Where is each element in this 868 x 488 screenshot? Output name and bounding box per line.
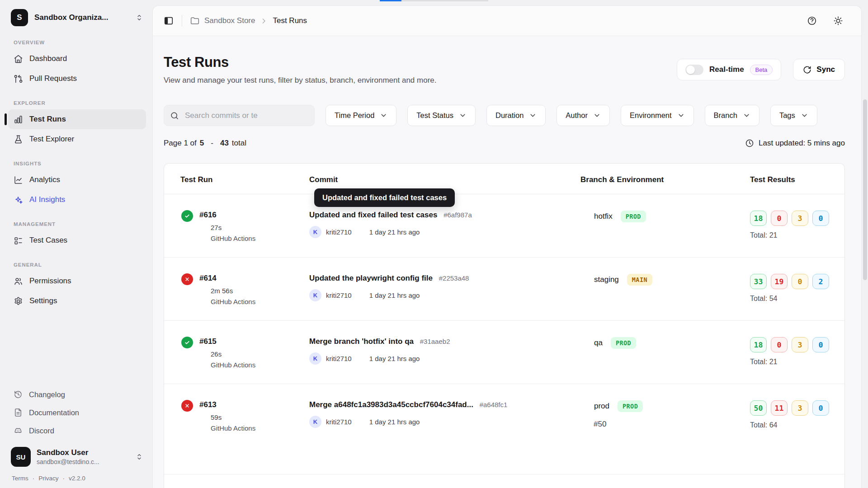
org-name: Sandbox Organiza... (34, 13, 129, 22)
sidebar-item-label: Dashboard (29, 54, 67, 63)
timer-icon (199, 224, 207, 231)
realtime-toggle[interactable] (685, 65, 703, 75)
time-ago: 1 day 21 hrs ago (369, 418, 420, 426)
author-avatar: K (309, 352, 321, 365)
privacy-link[interactable]: Privacy (38, 475, 58, 482)
user-avatar: SU (11, 447, 31, 467)
sidebar-item-label: Test Runs (29, 115, 66, 124)
chevron-down-icon (459, 112, 467, 119)
total-count: Total: 21 (750, 231, 844, 239)
gear-icon (14, 296, 23, 306)
cell-commit: Updated the playwright config file #2253… (309, 274, 580, 320)
clock-icon (357, 355, 365, 362)
flaky-count-badge: 3 (792, 337, 808, 352)
theme-toggle-icon[interactable] (833, 16, 843, 26)
line-chart-icon (14, 175, 23, 185)
vertical-scrollbar[interactable] (863, 41, 867, 488)
ci-provider: GitHub Actions (211, 424, 255, 432)
filter-branch[interactable]: Branch (705, 105, 760, 126)
timer-icon (199, 287, 207, 295)
chevron-right-icon (260, 17, 268, 25)
refresh-icon (803, 66, 811, 74)
sidebar-item-pull-requests[interactable]: Pull Requests (8, 69, 146, 89)
run-duration: 2m 56s (211, 287, 233, 295)
skipped-count-badge: 0 (812, 211, 829, 226)
scrollbar-thumb[interactable] (863, 99, 867, 280)
sidebar-item-settings[interactable]: Settings (8, 291, 146, 311)
cell-test-results: 18 0 3 0 Total: 21 (750, 211, 844, 257)
users-icon (14, 277, 23, 286)
sidebar-toggle-icon[interactable] (164, 16, 174, 26)
search-icon (170, 111, 179, 120)
filter-tags[interactable]: Tags (770, 105, 817, 126)
commit-message: Merge a648fc1a3983d3a45ccbcf7604c34fad..… (309, 400, 473, 409)
sidebar-item-dashboard[interactable]: Dashboard (8, 49, 146, 69)
filter-author[interactable]: Author (557, 105, 610, 126)
sidebar-item-label: Test Cases (29, 236, 67, 245)
sidebar-item-label: Permissions (29, 277, 71, 286)
cell-branch-environment: staging MAIN (580, 274, 750, 320)
cell-branch-environment: hotfix PROD (580, 211, 750, 257)
table-row[interactable]: #615 26s GitHub Actions Merge branch 'ho… (164, 320, 844, 384)
cell-commit: Merge branch 'hotfix' into qa #31aaeb2 K… (309, 337, 580, 384)
failed-count-badge: 0 (771, 337, 788, 352)
branch-name: qa (594, 338, 603, 347)
cell-test-run: #615 26s GitHub Actions (164, 337, 309, 384)
sidebar-item-label: Pull Requests (29, 74, 77, 83)
sidebar-item-permissions[interactable]: Permissions (8, 271, 146, 291)
skipped-count-badge: 2 (812, 274, 829, 289)
cell-commit: Merge a648fc1a3983d3a45ccbcf7604c34fad..… (309, 400, 580, 474)
last-updated: Last updated: 5 mins ago (745, 139, 845, 148)
run-id: #616 (199, 211, 255, 220)
section-label: GENERAL (14, 262, 146, 267)
filter-time-period[interactable]: Time Period (326, 105, 396, 126)
filter-test-status[interactable]: Test Status (407, 105, 476, 126)
app-root: S Sandbox Organiza... OVERVIEWDashboardP… (0, 0, 868, 488)
sidebar-item-test-explorer[interactable]: Test Explorer (8, 129, 146, 149)
help-icon[interactable] (807, 16, 817, 26)
terms-link[interactable]: Terms (12, 475, 28, 482)
column-header: Test Run (164, 175, 309, 184)
section-label: INSIGHTS (14, 161, 146, 166)
table-row[interactable]: #616 27s GitHub Actions Updated and fixe… (164, 194, 844, 257)
time-ago: 1 day 21 hrs ago (369, 228, 420, 236)
filter-environment[interactable]: Environment (621, 105, 694, 126)
org-switcher[interactable]: S Sandbox Organiza... (8, 7, 146, 28)
sidebar-link-discord[interactable]: Discord (8, 422, 146, 440)
ci-provider: GitHub Actions (211, 235, 255, 242)
search-input[interactable] (164, 105, 315, 126)
sync-button[interactable]: Sync (793, 59, 845, 80)
sidebar-item-ai-insights[interactable]: AI Insights (8, 190, 146, 210)
sidebar-item-test-runs[interactable]: Test Runs (8, 109, 146, 129)
column-header: Branch & Environment (580, 175, 750, 184)
chevrons-up-down-icon (135, 14, 143, 22)
sidebar-item-analytics[interactable]: Analytics (8, 170, 146, 190)
list-icon (14, 236, 23, 245)
page-title: Test Runs (164, 54, 437, 70)
table-row[interactable]: #614 2m 56s GitHub Actions Updated the p… (164, 257, 844, 320)
column-header: Commit (309, 175, 580, 184)
ci-provider: GitHub Actions (211, 298, 255, 305)
time-ago: 1 day 21 hrs ago (369, 355, 420, 362)
flaky-count-badge: 0 (792, 274, 808, 289)
chevron-down-icon (593, 112, 601, 119)
git-branch-icon (580, 212, 590, 221)
filter-duration[interactable]: Duration (486, 105, 546, 126)
table-body: #616 27s GitHub Actions Updated and fixe… (164, 194, 844, 474)
user-menu[interactable]: SU Sandbox User sandbox@testdino.c... (8, 445, 146, 469)
git-branch-icon (580, 402, 590, 411)
sidebar-link-changelog[interactable]: Changelog (8, 385, 146, 404)
page-loading-bar (380, 0, 488, 1)
sidebar-link-documentation[interactable]: Documentation (8, 404, 146, 422)
beta-badge: Beta (750, 65, 773, 75)
passed-count-badge: 50 (750, 400, 767, 416)
column-header: Test Results (750, 175, 844, 184)
branch-name: staging (594, 275, 619, 284)
author-name: kriti2710 (326, 355, 352, 362)
sidebar-item-test-cases[interactable]: Test Cases (8, 230, 146, 250)
sidebar-spacer (8, 311, 146, 385)
clock-icon (357, 418, 365, 426)
commit-hash: #2253a48 (439, 274, 469, 282)
table-row[interactable]: #613 59s GitHub Actions Merge a648fc1a39… (164, 384, 844, 474)
breadcrumb-project[interactable]: Sandbox Store (204, 16, 255, 25)
